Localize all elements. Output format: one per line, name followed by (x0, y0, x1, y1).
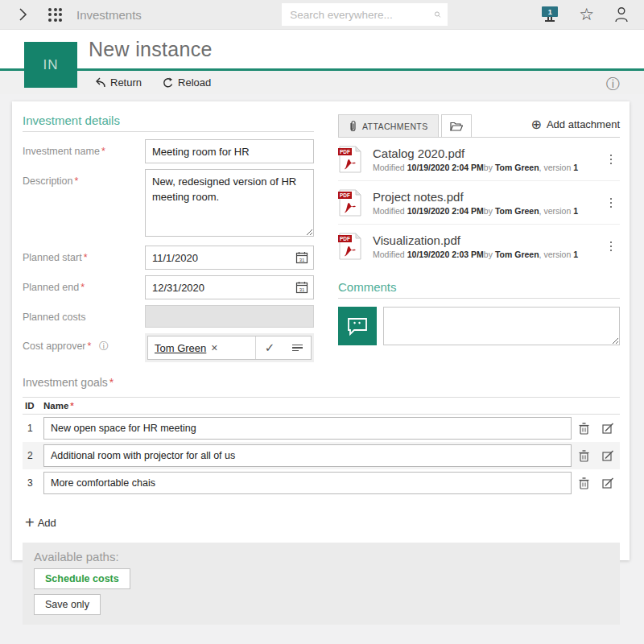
user-profile-icon[interactable] (613, 6, 630, 23)
svg-text:31: 31 (299, 258, 305, 262)
description-label: Description* (23, 169, 145, 240)
app-launcher-icon[interactable] (48, 8, 62, 22)
goal-row-id: 3 (23, 477, 43, 489)
expand-menu-icon[interactable] (14, 6, 31, 23)
return-label: Return (110, 76, 142, 89)
svg-text:31: 31 (299, 287, 305, 292)
investment-name-input[interactable] (145, 139, 314, 163)
planned-end-input[interactable] (145, 275, 314, 299)
column-header-name: Name* (43, 401, 620, 411)
reload-icon (163, 77, 174, 89)
field-planned-costs: Planned costs (23, 305, 314, 328)
add-goal-button[interactable]: + Add (23, 516, 620, 529)
remove-person-icon[interactable]: × (211, 341, 217, 354)
tab-attachments[interactable]: ATTACHMENTS (338, 114, 439, 137)
planned-end-label: Planned end* (23, 275, 145, 299)
pdf-file-icon: PDF (338, 233, 362, 260)
search-icon[interactable] (434, 8, 441, 21)
topbar-icons: 1 ☆ (540, 6, 630, 23)
section-title-investment-details: Investment details (23, 114, 314, 132)
attachment-meta: Modified10/19/2020 2:04 PMbyTom Green, v… (373, 163, 602, 172)
investment-details-section: Investment details Investment name* Desc… (23, 114, 314, 368)
planned-start-input[interactable] (145, 246, 314, 270)
return-button[interactable]: Return (95, 76, 142, 89)
person-link[interactable]: Tom Green (155, 342, 206, 354)
add-attachment-label: Add attachment (547, 118, 620, 130)
add-circle-icon: ⊕ (531, 117, 542, 132)
page-title: New instance (89, 38, 213, 61)
goal-row-id: 1 (23, 423, 43, 434)
field-planned-start: Planned start* 31 (23, 246, 314, 270)
attachment-menu-icon[interactable] (602, 195, 620, 212)
field-info-icon[interactable]: ⓘ (99, 341, 109, 352)
delete-goal-button[interactable] (572, 477, 596, 489)
attachment-name[interactable]: Catalog 2020.pdf (373, 147, 602, 160)
field-investment-name: Investment name* (23, 139, 314, 163)
tab-attachments-label: ATTACHMENTS (362, 122, 428, 131)
comment-textarea[interactable] (383, 307, 620, 345)
add-attachment-button[interactable]: ⊕ Add attachment (531, 117, 620, 137)
goals-table: ID Name* 1 (23, 397, 620, 497)
delete-goal-button[interactable] (572, 423, 596, 435)
cost-approver-picker: Tom Green × ✓ (145, 333, 314, 362)
search-input[interactable] (288, 8, 434, 22)
edit-icon (602, 477, 614, 489)
attachments-tabs: ATTACHMENTS ⊕ Add attachment (338, 114, 620, 138)
calendar-icon[interactable]: 31 (295, 251, 308, 264)
toolbar: Return Reload ⓘ (0, 71, 644, 94)
return-arrow-icon (95, 77, 106, 88)
comments-title: Comments (338, 280, 620, 299)
available-paths-panel: Available paths: Schedule costs Save onl… (23, 543, 620, 625)
description-textarea[interactable]: New, redesigned version of HR meeting ro… (145, 169, 314, 237)
favorites-star-icon[interactable]: ☆ (579, 6, 594, 23)
top-bar: Investments 1 ☆ (0, 0, 644, 30)
attachment-menu-icon[interactable] (602, 238, 620, 255)
comment-bubble-icon (338, 307, 377, 345)
open-folder-icon (450, 122, 463, 131)
attachments-section: ATTACHMENTS ⊕ Add attachment (338, 114, 620, 368)
trash-icon (579, 423, 589, 435)
edit-goal-button[interactable] (596, 423, 620, 435)
edit-goal-button[interactable] (596, 450, 620, 462)
trash-icon (579, 450, 589, 462)
svg-text:PDF: PDF (340, 149, 350, 155)
confirm-selection-button[interactable]: ✓ (256, 336, 283, 359)
attachment-row[interactable]: PDF Visualization.pdf Modified10/19/2020… (338, 224, 620, 267)
attachment-row[interactable]: PDF Catalog 2020.pdf Modified10/19/2020 … (338, 138, 620, 180)
save-only-button[interactable]: Save only (34, 594, 101, 615)
selected-person-chip: Tom Green × (148, 341, 255, 354)
goal-row: 2 (23, 442, 620, 469)
app-title: Investments (76, 8, 142, 22)
attachments-list: PDF Catalog 2020.pdf Modified10/19/2020 … (338, 138, 620, 267)
schedule-costs-button[interactable]: Schedule costs (34, 568, 130, 589)
calendar-icon[interactable]: 31 (295, 281, 308, 294)
attachment-name[interactable]: Project notes.pdf (373, 190, 602, 204)
paperclip-icon (349, 120, 357, 132)
edit-goal-button[interactable] (596, 477, 620, 489)
attachment-menu-icon[interactable] (602, 151, 620, 168)
goal-name-input[interactable] (43, 444, 572, 467)
available-paths-title: Available paths: (34, 550, 609, 564)
notification-badge: 1 (542, 6, 558, 17)
attachment-name[interactable]: Visualization.pdf (373, 233, 602, 247)
choose-from-list-button[interactable] (283, 336, 311, 359)
field-description: Description* New, redesigned version of … (23, 169, 314, 240)
attachment-row[interactable]: PDF Project notes.pdf Modified10/19/2020… (338, 180, 620, 224)
tab-attachment-folders[interactable] (441, 114, 472, 137)
planned-start-label: Planned start* (23, 246, 145, 270)
edit-icon (602, 423, 614, 435)
goal-name-input[interactable] (43, 417, 572, 440)
pdf-file-icon: PDF (338, 189, 362, 217)
column-header-id: ID (23, 401, 43, 411)
edit-icon (602, 450, 614, 462)
goals-table-header: ID Name* (23, 397, 620, 415)
field-planned-end: Planned end* 31 (23, 275, 314, 299)
delete-goal-button[interactable] (572, 450, 596, 462)
info-icon[interactable]: ⓘ (606, 75, 620, 93)
notifications-icon[interactable]: 1 (540, 6, 559, 23)
plus-icon: + (25, 516, 35, 529)
planned-costs-label: Planned costs (23, 305, 145, 328)
reload-button[interactable]: Reload (163, 76, 211, 89)
goal-row-id: 2 (23, 450, 43, 461)
goal-name-input[interactable] (43, 472, 572, 494)
